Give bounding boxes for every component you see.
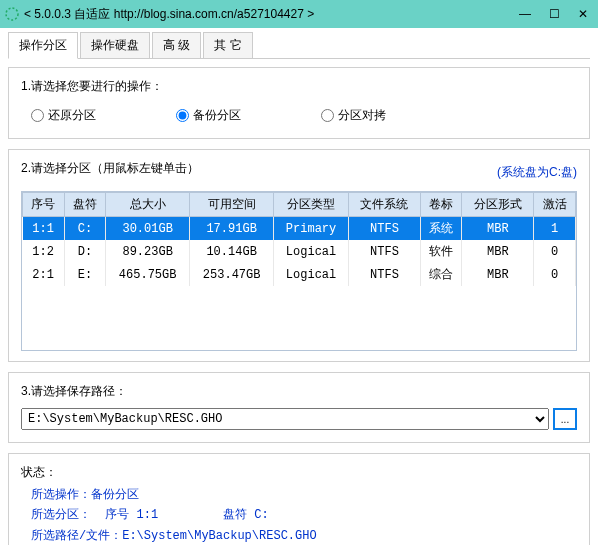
tab-bar: 操作分区 操作硬盘 高 级 其 它 <box>8 32 590 59</box>
table-header[interactable]: 文件系统 <box>349 193 421 217</box>
app-icon <box>4 6 20 22</box>
close-window-button[interactable]: ✕ <box>578 7 588 21</box>
maximize-button[interactable]: ☐ <box>549 7 560 21</box>
table-header[interactable]: 总大小 <box>106 193 190 217</box>
table-header[interactable]: 卷标 <box>420 193 462 217</box>
status-line-path: 所选路径/文件：E:\System\MyBackup\RESC.GHO <box>31 526 577 545</box>
status-label: 状态： <box>21 464 577 481</box>
table-row[interactable]: 1:2D:89.23GB10.14GBLogicalNTFS软件MBR0 <box>23 240 576 263</box>
table-row[interactable]: 1:1C:30.01GB17.91GBPrimaryNTFS系统MBR1 <box>23 217 576 241</box>
tab-partition-op[interactable]: 操作分区 <box>8 32 78 59</box>
table-header[interactable]: 分区类型 <box>274 193 349 217</box>
table-header[interactable]: 盘符 <box>64 193 106 217</box>
tab-disk-op[interactable]: 操作硬盘 <box>80 32 150 58</box>
status-line-operation: 所选操作：备份分区 <box>31 485 577 505</box>
table-header[interactable]: 序号 <box>23 193 65 217</box>
path-label: 3.请选择保存路径： <box>21 383 577 400</box>
radio-backup[interactable]: 备份分区 <box>176 107 241 124</box>
operation-label: 1.请选择您要进行的操作： <box>21 78 577 95</box>
partition-group: 2.请选择分区（用鼠标左键单击） (系统盘为C:盘) 序号盘符总大小可用空间分区… <box>8 149 590 362</box>
radio-clone[interactable]: 分区对拷 <box>321 107 386 124</box>
system-disk-hint: (系统盘为C:盘) <box>497 164 577 181</box>
table-row[interactable]: 2:1E:465.75GB253.47GBLogicalNTFS综合MBR0 <box>23 263 576 286</box>
table-header[interactable]: 激活 <box>534 193 576 217</box>
table-header[interactable]: 分区形式 <box>462 193 534 217</box>
operation-group: 1.请选择您要进行的操作： 还原分区 备份分区 分区对拷 <box>8 67 590 139</box>
partition-table[interactable]: 序号盘符总大小可用空间分区类型文件系统卷标分区形式激活 1:1C:30.01GB… <box>21 191 577 351</box>
browse-button[interactable]: ... <box>553 408 577 430</box>
path-select[interactable]: E:\System\MyBackup\RESC.GHO <box>21 408 549 430</box>
tab-other[interactable]: 其 它 <box>203 32 252 58</box>
tab-advanced[interactable]: 高 级 <box>152 32 201 58</box>
status-group: 状态： 所选操作：备份分区 所选分区： 序号 1:1 盘符 C: 所选路径/文件… <box>8 453 590 545</box>
svg-point-0 <box>6 8 18 20</box>
radio-restore[interactable]: 还原分区 <box>31 107 96 124</box>
partition-label: 2.请选择分区（用鼠标左键单击） <box>21 160 199 177</box>
window-title: < 5.0.0.3 自适应 http://blog.sina.com.cn/a5… <box>24 6 314 23</box>
minimize-button[interactable]: — <box>519 7 531 21</box>
status-line-partition: 所选分区： 序号 1:1 盘符 C: <box>31 505 577 525</box>
title-bar: < 5.0.0.3 自适应 http://blog.sina.com.cn/a5… <box>0 0 598 28</box>
path-group: 3.请选择保存路径： E:\System\MyBackup\RESC.GHO .… <box>8 372 590 443</box>
table-header[interactable]: 可用空间 <box>190 193 274 217</box>
